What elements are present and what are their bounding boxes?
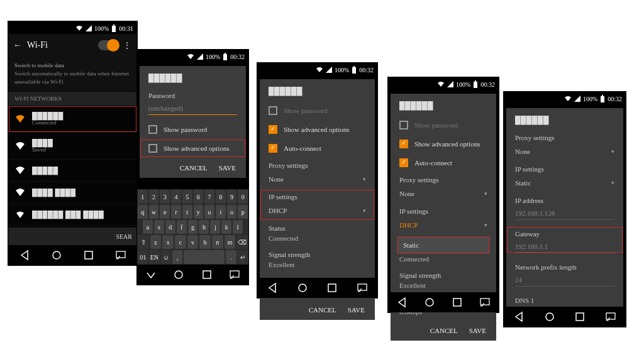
prefix-input[interactable]: 24 — [515, 273, 614, 287]
show-advanced-checkbox[interactable]: Show advanced options — [140, 139, 246, 158]
key-1[interactable]: 1 — [138, 190, 148, 204]
key-u[interactable]: u — [204, 205, 214, 219]
switch-desc: Switch automatically to mobile data when… — [14, 70, 131, 86]
network-row[interactable]: ██████ ███ ████ — [8, 204, 137, 226]
key-b[interactable]: b — [199, 235, 211, 249]
key-EN[interactable]: EN — [149, 250, 159, 264]
status-bar: 100% 00:32 — [137, 50, 248, 62]
ip-dropdown[interactable]: DHCP▾ — [260, 203, 375, 221]
key-o[interactable]: o — [227, 205, 237, 219]
nav-cast-icon[interactable] — [229, 269, 240, 280]
nav-home-icon[interactable] — [173, 269, 184, 280]
key-3[interactable]: 3 — [160, 190, 170, 204]
proxy-dropdown[interactable]: None▾ — [260, 172, 375, 189]
key-h[interactable]: h — [199, 220, 209, 234]
signal-icon — [197, 53, 203, 60]
save-button[interactable]: SAVE — [469, 327, 486, 334]
ip-dropdown-open[interactable]: DHCP▾ — [391, 217, 496, 235]
nav-back-icon[interactable] — [267, 282, 278, 293]
keyboard[interactable]: 1234567890 qwertyuiop asdfghjkl ⇧zxcvbnm… — [137, 189, 248, 265]
key-x[interactable]: x — [162, 235, 174, 249]
dialog-title: ██████ — [260, 79, 375, 101]
key-01[interactable]: 01 — [138, 250, 148, 264]
key-a[interactable]: a — [143, 220, 153, 234]
key-8[interactable]: 8 — [216, 190, 226, 204]
nav-back-icon[interactable] — [19, 250, 30, 261]
network-row[interactable]: █████ — [8, 160, 137, 182]
save-button[interactable]: SAVE — [219, 164, 236, 172]
cancel-button[interactable]: CANCEL — [180, 164, 208, 172]
cancel-button[interactable]: CANCEL — [309, 306, 336, 314]
gateway-input[interactable]: 192.168.1.1 — [515, 240, 614, 253]
key-5[interactable]: 5 — [182, 190, 192, 204]
key-7[interactable]: 7 — [204, 190, 214, 204]
nav-cast-icon[interactable] — [115, 250, 126, 261]
key-f[interactable]: f — [177, 220, 187, 234]
key-n[interactable]: n — [212, 235, 223, 249]
key-6[interactable]: 6 — [194, 190, 204, 204]
nav-cast-icon[interactable] — [357, 282, 368, 293]
key-⇧[interactable]: ⇧ — [138, 235, 149, 249]
key-space[interactable] — [184, 250, 225, 264]
key-v[interactable]: v — [187, 235, 199, 249]
search-button[interactable]: SEAR — [8, 228, 137, 245]
switch-mobile-block[interactable]: Switch to mobile data Switch automatical… — [8, 57, 137, 91]
key-k[interactable]: k — [221, 220, 231, 234]
prefix-label: Network prefix length — [506, 260, 623, 273]
key-☺[interactable]: ☺ — [161, 250, 171, 264]
key-y[interactable]: y — [194, 205, 204, 219]
svg-rect-5 — [223, 54, 227, 60]
key-p[interactable]: p — [238, 205, 248, 219]
show-advanced-checkbox[interactable]: Show advanced options — [260, 120, 375, 139]
key-s[interactable]: s — [154, 220, 164, 234]
key-i[interactable]: i — [216, 205, 226, 219]
key-2[interactable]: 2 — [149, 190, 159, 204]
show-password-checkbox[interactable]: Show password — [260, 101, 375, 120]
wifi-toggle[interactable] — [98, 40, 118, 50]
svg-point-2 — [53, 251, 60, 259]
key-m[interactable]: m — [225, 235, 236, 249]
key-w[interactable]: w — [149, 205, 159, 219]
nav-home-icon[interactable] — [297, 282, 308, 293]
show-password-checkbox[interactable]: Show password — [140, 120, 246, 139]
save-button[interactable]: SAVE — [348, 306, 365, 314]
key-4[interactable]: 4 — [171, 190, 181, 204]
back-icon[interactable]: ← — [13, 40, 22, 50]
ip-dropdown[interactable]: Static▾ — [506, 175, 623, 193]
key-z[interactable]: z — [150, 235, 162, 249]
cancel-button[interactable]: CANCEL — [430, 327, 458, 334]
key-.[interactable]: . — [226, 250, 236, 264]
nav-recent-icon[interactable] — [201, 269, 213, 280]
key-e[interactable]: e — [160, 205, 170, 219]
overflow-icon[interactable]: ⋮ — [123, 41, 132, 50]
nav-recent-icon[interactable] — [326, 282, 338, 293]
key-t[interactable]: t — [182, 205, 192, 219]
network-row[interactable]: ████Saved — [8, 133, 137, 160]
svg-point-17 — [426, 299, 433, 306]
nav-home-icon[interactable] — [51, 250, 62, 261]
wifi-icon — [187, 53, 194, 60]
screen-dialog-dhcp: 100%00:32 ██████ Show password Show adva… — [257, 63, 377, 298]
key-j[interactable]: j — [210, 220, 220, 234]
nav-recent-icon[interactable] — [83, 250, 94, 261]
key-↵[interactable]: ↵ — [238, 250, 248, 264]
key-⌫[interactable]: ⌫ — [236, 235, 248, 249]
key-l[interactable]: l — [233, 220, 243, 234]
svg-rect-10 — [352, 67, 356, 74]
network-row[interactable]: ████ ████ — [8, 182, 137, 204]
ip-address-input[interactable]: 192.168.1.128 — [515, 207, 614, 220]
auto-connect-checkbox[interactable]: Auto-connect — [260, 139, 375, 158]
network-row-connected[interactable]: ██████ Connected — [8, 106, 137, 133]
key-c[interactable]: c — [175, 235, 186, 249]
key-g[interactable]: g — [188, 220, 198, 234]
key-,[interactable]: , — [172, 250, 182, 264]
nav-back-icon[interactable] — [145, 269, 157, 280]
ip-option-static[interactable]: Static — [397, 236, 490, 254]
password-input[interactable]: (unchanged) — [148, 102, 237, 115]
svg-rect-18 — [453, 299, 461, 306]
key-0[interactable]: 0 — [238, 190, 248, 204]
key-q[interactable]: q — [138, 205, 148, 219]
key-9[interactable]: 9 — [227, 190, 237, 204]
key-r[interactable]: r — [171, 205, 181, 219]
key-d[interactable]: d — [165, 220, 175, 234]
